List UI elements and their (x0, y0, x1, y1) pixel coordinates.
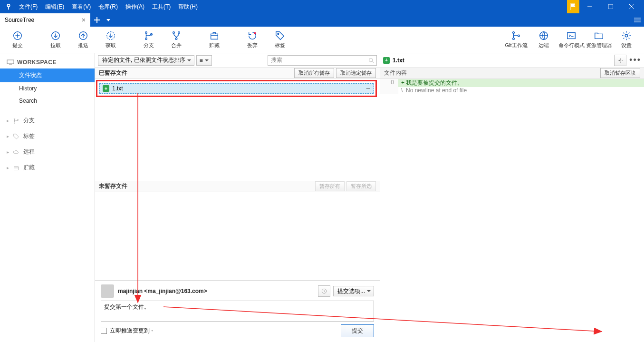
merge-toolbar-button[interactable]: 合并 (163, 28, 190, 52)
staged-file-row[interactable]: + 1.txt − (99, 83, 374, 94)
svg-point-30 (513, 38, 515, 40)
title-bar: 文件(F) 编辑(E) 查看(V) 仓库(R) 操作(A) 工具(T) 帮助(H… (0, 0, 644, 13)
user-avatar (101, 284, 114, 298)
unstage-all-button[interactable]: 取消所有暂存 (294, 68, 334, 78)
svg-rect-26 (211, 34, 218, 39)
add-tab-button[interactable] (90, 13, 104, 27)
gitflow-toolbar-button[interactable]: Git工作流 (502, 28, 530, 52)
search-icon (368, 58, 374, 63)
push-immediately-label: 立即推送变更到 - (110, 327, 153, 335)
discard-toolbar-button[interactable]: 丢弃 (239, 28, 266, 52)
window-minimize-button[interactable] (579, 0, 600, 13)
menu-edit[interactable]: 编辑(E) (41, 1, 68, 13)
diff-settings-icon[interactable] (614, 55, 626, 66)
svg-point-38 (14, 122, 15, 123)
push-immediately-checkbox[interactable] (101, 328, 107, 334)
unstage-selected-button[interactable]: 取消选定暂存 (336, 68, 376, 78)
filter-bar: 待定的文件, 已依照文件状态排序 ≡ 搜索 (95, 53, 380, 68)
sidebar-remotes[interactable]: ▸远程 (0, 144, 95, 160)
commit-area: majinjian <ma_jinjian@163.com> 提交选项... 立… (95, 280, 380, 342)
tag-icon (13, 133, 19, 140)
menu-file[interactable]: 文件(F) (15, 1, 41, 13)
hamburger-icon[interactable] (631, 13, 644, 27)
chevron-right-icon: ▸ (7, 149, 9, 155)
menu-repo[interactable]: 仓库(R) (95, 1, 122, 13)
notification-flag-icon[interactable] (567, 0, 579, 13)
terminal-toolbar-button[interactable]: 命令行模式 (557, 28, 585, 52)
svg-rect-33 (567, 33, 576, 39)
push-toolbar-button[interactable]: 推送 (69, 28, 97, 52)
sidebar-stashes[interactable]: ▸贮藏 (0, 160, 95, 176)
svg-rect-35 (7, 60, 14, 64)
diff-file-header: + 1.txt ••• (380, 53, 644, 68)
chevron-right-icon: ▸ (7, 165, 9, 170)
unstage-file-icon[interactable]: − (366, 84, 370, 93)
diff-line-added: 0 + 我是要被提交的文件。 (380, 79, 644, 87)
repo-tab-label: SourceTree (5, 17, 34, 23)
pull-toolbar-button[interactable]: 拉取 (42, 28, 69, 52)
window-close-button[interactable] (621, 0, 642, 13)
commit-user: majinjian <ma_jinjian@163.com> (118, 288, 207, 294)
sidebar: WORKSPACE 文件状态 History Search ▸分支 ▸标签 ▸远… (0, 53, 95, 342)
sidebar-search[interactable]: Search (0, 95, 95, 107)
diff-panel: + 1.txt ••• 文件内容 取消暂存区块 0 + 我是要被提交的文件。 \… (380, 53, 644, 342)
file-filter-combo[interactable]: 待定的文件, 已依照文件状态排序 (98, 55, 194, 66)
remote-toolbar-button[interactable]: 远端 (530, 28, 557, 52)
menu-help[interactable]: 帮助(H) (174, 1, 202, 13)
search-input[interactable]: 搜索 (268, 55, 377, 66)
svg-point-25 (175, 38, 177, 40)
chevron-right-icon: ▸ (7, 118, 9, 123)
svg-point-20 (145, 32, 147, 34)
workspace-header: WORKSPACE (0, 56, 95, 68)
diff-line-meta: \ No newline at end of file (380, 87, 644, 94)
diff-file-name: 1.txt (393, 57, 404, 64)
svg-point-31 (518, 35, 520, 37)
svg-rect-1 (8, 7, 9, 10)
repo-tab[interactable]: SourceTree × (0, 13, 90, 27)
tab-bar: SourceTree × (0, 13, 644, 27)
svg-point-0 (7, 4, 10, 7)
tab-menu-button[interactable] (104, 13, 113, 27)
center-panel: 待定的文件, 已依照文件状态排序 ≡ 搜索 已暂存文件 取消所有暂存 取消选定暂… (95, 53, 380, 342)
branch-icon (13, 117, 19, 124)
commit-message-input[interactable] (101, 301, 374, 322)
sidebar-tags[interactable]: ▸标签 (0, 128, 95, 144)
commit-options-combo[interactable]: 提交选项... (333, 286, 374, 296)
tag-toolbar-button[interactable]: 标签 (266, 28, 294, 52)
svg-point-24 (178, 32, 180, 34)
monitor-icon (7, 59, 14, 65)
unstaged-files-area (95, 192, 380, 280)
stash-toolbar-button[interactable]: 贮藏 (201, 28, 228, 52)
view-mode-combo[interactable]: ≡ (196, 55, 212, 66)
explorer-toolbar-button[interactable]: 资源管理器 (585, 28, 613, 52)
window-maximize-button[interactable] (600, 0, 621, 13)
stage-selected-button[interactable]: 暂存所选 (346, 181, 376, 191)
sidebar-history[interactable]: History (0, 82, 95, 95)
svg-line-42 (372, 61, 374, 63)
svg-point-27 (254, 32, 256, 34)
menu-action[interactable]: 操作(A) (122, 1, 148, 13)
annotation-highlight-box: + 1.txt − (96, 80, 377, 97)
stage-all-button[interactable]: 暂存所有 (315, 181, 345, 191)
commit-toolbar-button[interactable]: 提交 (4, 28, 31, 52)
diff-content-header: 文件内容 取消暂存区块 (380, 68, 644, 79)
submit-commit-button[interactable]: 提交 (341, 324, 374, 337)
svg-point-44 (620, 59, 621, 61)
svg-point-41 (369, 58, 373, 62)
settings-toolbar-button[interactable]: 设置 (613, 28, 640, 52)
svg-point-28 (278, 33, 279, 35)
menu-view[interactable]: 查看(V) (68, 1, 95, 13)
menu-tools[interactable]: 工具(T) (148, 1, 174, 13)
svg-point-23 (173, 32, 175, 34)
discard-hunk-button[interactable]: 取消暂存区块 (600, 68, 640, 78)
history-commit-icon[interactable] (318, 285, 330, 297)
sidebar-file-status[interactable]: 文件状态 (0, 68, 95, 82)
sidebar-branches[interactable]: ▸分支 (0, 113, 95, 128)
fetch-toolbar-button[interactable]: 获取 (97, 28, 125, 52)
staged-file-name: 1.txt (112, 85, 123, 92)
diff-more-icon[interactable]: ••• (629, 55, 641, 65)
branch-toolbar-button[interactable]: 分支 (135, 28, 163, 52)
file-added-icon: + (383, 57, 390, 64)
close-tab-icon[interactable]: × (82, 16, 86, 24)
svg-point-29 (513, 32, 515, 34)
